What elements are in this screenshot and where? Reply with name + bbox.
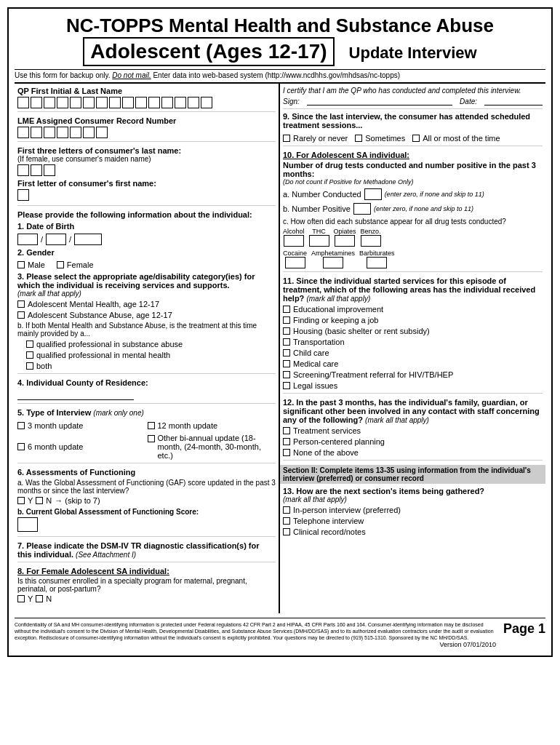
gender-female-checkbox[interactable] <box>57 261 64 268</box>
qp-box-13[interactable] <box>175 97 186 108</box>
assess-n-checkbox[interactable] <box>36 497 43 504</box>
screening-checkbox[interactable] <box>283 371 290 378</box>
county-input[interactable] <box>17 390 134 400</box>
benzo-box[interactable] <box>361 235 381 247</box>
sign-input[interactable] <box>307 97 452 105</box>
qp-box-15[interactable] <box>201 97 212 108</box>
qp-box-5[interactable] <box>70 97 81 108</box>
sometimes-checkbox[interactable] <box>355 135 362 142</box>
alcohol-box[interactable] <box>284 235 304 247</box>
transportation-checkbox[interactable] <box>283 338 290 346</box>
thc-box[interactable] <box>309 235 329 247</box>
assess-section: 6. Assessments of Functioning a. Was the… <box>17 468 276 537</box>
qp-box-1[interactable] <box>17 97 29 108</box>
page-number: Page 1 <box>503 621 545 637</box>
lme-box-2[interactable] <box>31 127 42 138</box>
q10a-note: (enter zero, if none and skip to 11) <box>385 191 484 198</box>
treatment-services-label: Treatment services <box>293 426 361 435</box>
qp-box-11[interactable] <box>148 97 160 108</box>
q10b-box[interactable] <box>353 203 371 215</box>
lme-box-4[interactable] <box>57 127 68 138</box>
mental-health-checkbox[interactable] <box>26 351 33 359</box>
month3-row: 3 month update <box>17 421 146 430</box>
benzo-group: Benzo. <box>361 228 381 247</box>
medical-care-checkbox[interactable] <box>283 360 290 367</box>
person-centered-checkbox[interactable] <box>283 438 290 445</box>
rarely-row: Rarely or never <box>283 134 348 143</box>
qp-box-4[interactable] <box>57 97 68 108</box>
qp-boxes <box>17 97 276 108</box>
last-box-1[interactable] <box>17 164 29 176</box>
barbiturates-group: Barbiturates <box>359 250 395 268</box>
educational-checkbox[interactable] <box>283 306 290 313</box>
lme-box-3[interactable] <box>44 127 55 138</box>
both-checkbox[interactable] <box>26 362 33 370</box>
dob-yyyy[interactable] <box>74 234 102 245</box>
adol-mh-row: Adolescent Mental Health, age 12-17 <box>17 300 276 308</box>
q10a-box[interactable] <box>364 188 382 200</box>
month12-checkbox[interactable] <box>148 422 155 429</box>
qp-box-12[interactable] <box>161 97 173 108</box>
lme-box-5[interactable] <box>70 127 81 138</box>
lme-box-7[interactable] <box>96 127 108 138</box>
legal-checkbox[interactable] <box>283 382 290 389</box>
female-n-checkbox[interactable] <box>36 595 43 602</box>
month6-label: 6 month update <box>28 442 83 451</box>
finding-job-checkbox[interactable] <box>283 316 290 324</box>
month3-checkbox[interactable] <box>17 422 25 429</box>
sub-abuse-checkbox[interactable] <box>26 340 33 348</box>
gender-section: 2. Gender Male Female <box>17 248 276 269</box>
last-box-3[interactable] <box>44 164 55 176</box>
qp-box-8[interactable] <box>109 97 121 108</box>
qp-box-10[interactable] <box>135 97 147 108</box>
child-care-checkbox[interactable] <box>283 349 290 356</box>
housing-checkbox[interactable] <box>283 327 290 335</box>
gender-male-checkbox[interactable] <box>17 261 25 268</box>
main-grid: QP First Initial & Last Name <box>15 82 545 613</box>
lme-box-1[interactable] <box>17 127 29 138</box>
last-box-2[interactable] <box>31 164 42 176</box>
qp-box-6[interactable] <box>83 97 95 108</box>
assess-y-checkbox[interactable] <box>17 497 25 504</box>
qp-box-2[interactable] <box>31 97 42 108</box>
female-y-checkbox[interactable] <box>17 595 25 602</box>
cocaine-box[interactable] <box>285 257 305 268</box>
all-most-checkbox[interactable] <box>412 135 420 142</box>
opiates-box[interactable] <box>335 235 355 247</box>
lme-box-6[interactable] <box>83 127 95 138</box>
dob-mm[interactable] <box>17 234 38 245</box>
assess-b-label: b. Current Global Assessment of Function… <box>17 508 276 516</box>
clinical-checkbox[interactable] <box>283 528 290 535</box>
first-box[interactable] <box>17 189 29 201</box>
amphetamines-box[interactable] <box>323 257 343 268</box>
adol-sa-checkbox[interactable] <box>17 311 25 319</box>
housing-label: Housing (basic shelter or rent subsidy) <box>293 327 430 335</box>
qp-section: QP First Initial & Last Name <box>17 87 276 112</box>
other-biannual-label: Other bi-annual update (18-month, (24-mo… <box>158 434 276 460</box>
female-y-label: Y <box>28 594 33 603</box>
qp-box-7[interactable] <box>96 97 108 108</box>
female-sa-section: 8. For Female Adolescent SA individual: … <box>17 567 276 606</box>
dob-dd[interactable] <box>46 234 66 245</box>
none-above-checkbox[interactable] <box>283 449 290 456</box>
assess-n-label: N <box>46 496 52 505</box>
dob-boxes: / / <box>17 234 276 245</box>
qp-box-3[interactable] <box>44 97 55 108</box>
barbiturates-box[interactable] <box>367 257 387 268</box>
qp-box-9[interactable] <box>122 97 134 108</box>
month12-row: 12 month update <box>148 421 276 430</box>
rarely-checkbox[interactable] <box>283 135 290 142</box>
date-label: Date: <box>460 97 477 105</box>
qp-box-14[interactable] <box>188 97 199 108</box>
other-biannual-checkbox[interactable] <box>148 435 155 442</box>
date-input[interactable] <box>484 97 543 105</box>
form-page: NC-TOPPS Mental Health and Substance Abu… <box>7 7 553 657</box>
gaf-score-box[interactable] <box>17 517 38 532</box>
month6-checkbox[interactable] <box>17 443 25 450</box>
telephone-checkbox[interactable] <box>283 517 290 525</box>
adol-mh-checkbox[interactable] <box>17 300 25 308</box>
person-centered-row: Person-centered planning <box>283 437 543 446</box>
version-text: Version 07/01/2010 <box>15 641 496 650</box>
in-person-checkbox[interactable] <box>283 506 290 514</box>
treatment-services-checkbox[interactable] <box>283 427 290 434</box>
